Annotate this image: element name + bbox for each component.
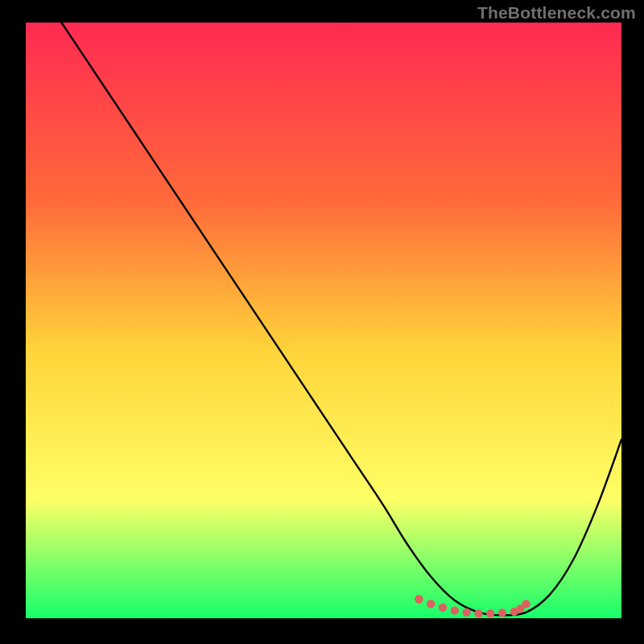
flat-region-dot xyxy=(522,600,530,608)
watermark-text: TheBottleneck.com xyxy=(477,3,636,23)
bottleneck-chart xyxy=(26,23,621,618)
flat-region-dot xyxy=(415,595,423,603)
flat-region-dot xyxy=(462,608,470,616)
chart-container: TheBottleneck.com xyxy=(0,0,644,644)
plot-area xyxy=(26,23,621,618)
flat-region-dot xyxy=(451,606,459,614)
flat-region-dot xyxy=(474,609,482,617)
flat-region-dot xyxy=(427,600,435,608)
flat-region-dot xyxy=(486,609,494,617)
flat-region-dot xyxy=(498,609,506,617)
flat-region-dot xyxy=(439,604,447,612)
gradient-background xyxy=(26,23,621,618)
